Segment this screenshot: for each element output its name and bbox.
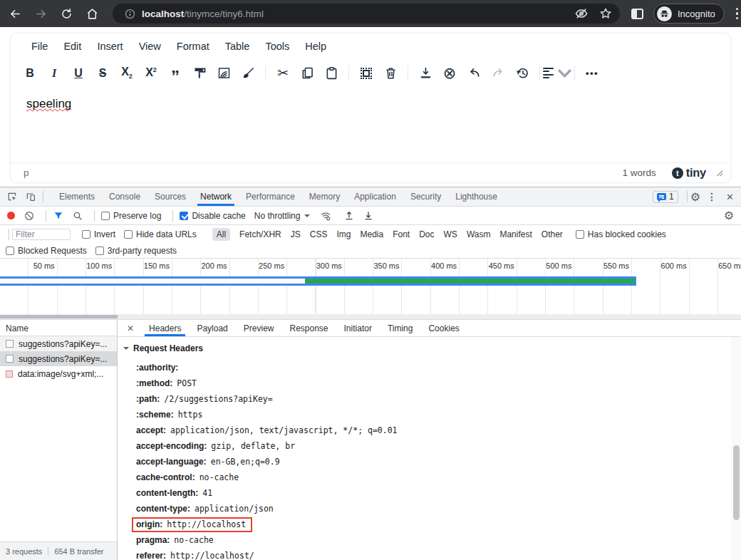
- element-path[interactable]: p: [24, 167, 623, 178]
- third-party-requests-checkbox[interactable]: 3rd-party requests: [95, 246, 177, 256]
- filter-type-img[interactable]: Img: [336, 229, 351, 239]
- devtools-tab-sources[interactable]: Sources: [147, 187, 193, 206]
- detail-tab-response[interactable]: Response: [281, 321, 336, 336]
- menu-edit[interactable]: Edit: [57, 38, 88, 55]
- page-info-icon[interactable]: [124, 8, 136, 20]
- back-icon[interactable]: [4, 3, 26, 24]
- disable-cache-checkbox[interactable]: Disable cache: [180, 211, 245, 221]
- preserve-log-checkbox[interactable]: Preserve log: [101, 211, 161, 221]
- devtools-tab-application[interactable]: Application: [347, 187, 403, 206]
- select-all-button[interactable]: [354, 63, 378, 84]
- filter-type-all[interactable]: All: [212, 228, 230, 241]
- align-button[interactable]: [545, 63, 569, 84]
- detail-tab-timing[interactable]: Timing: [380, 321, 421, 336]
- cancel-button[interactable]: ⊗: [437, 63, 462, 84]
- filter-type-fetch-xhr[interactable]: Fetch/XHR: [239, 229, 281, 239]
- image-button[interactable]: [212, 63, 236, 84]
- filter-type-wasm[interactable]: Wasm: [467, 229, 491, 239]
- word-count[interactable]: 1 words: [623, 167, 656, 178]
- menu-help[interactable]: Help: [299, 38, 333, 55]
- request-row[interactable]: suggestions?apiKey=...: [0, 336, 117, 351]
- menu-tools[interactable]: Tools: [259, 38, 296, 55]
- search-icon[interactable]: [72, 210, 83, 222]
- eye-off-icon[interactable]: [574, 6, 589, 21]
- devtools-menu-icon[interactable]: ⋮: [700, 191, 723, 202]
- copy-button[interactable]: [295, 63, 319, 84]
- subscript-button[interactable]: X2: [115, 63, 139, 84]
- request-row[interactable]: data:image/svg+xml;...: [0, 366, 117, 381]
- address-bar[interactable]: localhost/tinymce/tiny6.html: [113, 4, 620, 24]
- underline-button[interactable]: U: [66, 63, 90, 84]
- throttling-select[interactable]: No throttling: [254, 211, 311, 221]
- devtools-tab-memory[interactable]: Memory: [302, 187, 347, 206]
- blockquote-button[interactable]: ”: [163, 63, 187, 84]
- invert-checkbox[interactable]: Invert: [82, 229, 115, 239]
- filter-type-js[interactable]: JS: [291, 229, 301, 239]
- filter-type-manifest[interactable]: Manifest: [499, 229, 532, 239]
- request-row[interactable]: suggestions?apiKey=...: [0, 351, 117, 366]
- detail-scrollbar[interactable]: [731, 337, 741, 560]
- menu-table[interactable]: Table: [219, 38, 256, 55]
- bold-button[interactable]: B: [18, 63, 42, 84]
- paste-button[interactable]: [319, 63, 343, 84]
- delete-button[interactable]: [378, 63, 403, 84]
- blocked-requests-checkbox[interactable]: Blocked Requests: [6, 246, 87, 256]
- devtools-tab-lighthouse[interactable]: Lighthouse: [448, 187, 504, 206]
- menu-insert[interactable]: Insert: [90, 38, 129, 55]
- has-blocked-cookies-checkbox[interactable]: Has blocked cookies: [576, 229, 666, 239]
- devtools-tab-elements[interactable]: Elements: [52, 187, 102, 206]
- tiny-logo[interactable]: ttiny: [672, 166, 706, 180]
- more-button[interactable]: •••: [580, 63, 604, 84]
- filter-type-media[interactable]: Media: [360, 229, 383, 239]
- save-button[interactable]: [413, 63, 437, 84]
- menu-format[interactable]: Format: [170, 38, 216, 55]
- browser-menu-icon[interactable]: [736, 8, 739, 20]
- home-icon[interactable]: [81, 3, 103, 24]
- forward-icon[interactable]: [30, 3, 51, 24]
- close-detail-icon[interactable]: ✕: [118, 323, 141, 333]
- menu-view[interactable]: View: [133, 38, 167, 55]
- history-button[interactable]: [510, 63, 534, 84]
- devtools-tab-performance[interactable]: Performance: [239, 187, 302, 206]
- inspect-element-icon[interactable]: [3, 189, 21, 204]
- side-panel-icon[interactable]: [631, 9, 643, 19]
- network-settings-icon[interactable]: ⚙: [724, 209, 734, 222]
- device-toolbar-icon[interactable]: [21, 189, 40, 204]
- filter-type-font[interactable]: Font: [393, 229, 410, 239]
- devtools-tab-network[interactable]: Network: [193, 187, 239, 206]
- clear-icon[interactable]: [24, 210, 35, 222]
- detail-tab-initiator[interactable]: Initiator: [336, 321, 380, 336]
- italic-button[interactable]: I: [42, 63, 66, 84]
- brush-button[interactable]: [236, 63, 260, 84]
- format-painter-button[interactable]: [187, 63, 212, 84]
- export-har-icon[interactable]: [363, 210, 374, 222]
- detail-tab-headers[interactable]: Headers: [141, 321, 189, 336]
- name-column-header[interactable]: Name: [0, 321, 117, 336]
- detail-tab-payload[interactable]: Payload: [189, 321, 235, 336]
- record-icon[interactable]: [7, 212, 15, 219]
- cut-button[interactable]: ✂: [271, 63, 295, 84]
- issues-counter[interactable]: 1: [653, 191, 678, 203]
- overview-scrollbar[interactable]: [0, 314, 741, 319]
- filter-type-other[interactable]: Other: [542, 229, 563, 239]
- devtools-settings-icon[interactable]: ⚙: [690, 190, 700, 204]
- filter-type-doc[interactable]: Doc: [419, 229, 434, 239]
- menu-file[interactable]: File: [25, 38, 54, 55]
- detail-scrollbar-thumb[interactable]: [733, 445, 740, 520]
- strikethrough-button[interactable]: S: [90, 63, 115, 84]
- editor-content-area[interactable]: speeling: [11, 87, 730, 157]
- overview-scrollbar-thumb[interactable]: [0, 315, 118, 318]
- resize-handle-icon[interactable]: [716, 170, 723, 177]
- redo-button[interactable]: [486, 63, 510, 84]
- hide-data-urls-checkbox[interactable]: Hide data URLs: [124, 229, 197, 239]
- superscript-button[interactable]: X2: [139, 63, 163, 84]
- devtools-close-icon[interactable]: ✕: [723, 192, 741, 202]
- undo-button[interactable]: [462, 63, 486, 84]
- misspelled-word[interactable]: speeling: [26, 97, 71, 110]
- detail-tab-preview[interactable]: Preview: [236, 321, 282, 336]
- request-headers-section[interactable]: Request Headers: [118, 337, 731, 353]
- devtools-tab-console[interactable]: Console: [102, 187, 147, 206]
- reload-icon[interactable]: [56, 3, 77, 24]
- import-har-icon[interactable]: [343, 210, 355, 222]
- devtools-tab-security[interactable]: Security: [403, 187, 448, 206]
